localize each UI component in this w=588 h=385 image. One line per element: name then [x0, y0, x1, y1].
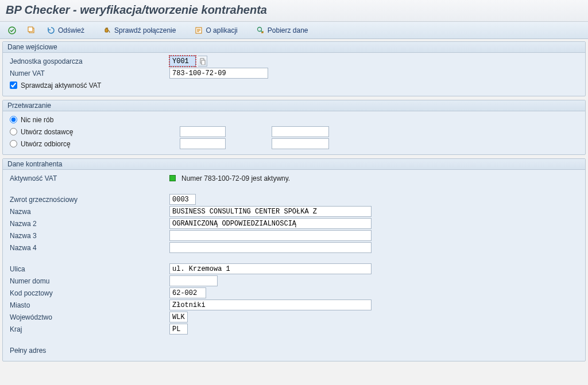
execute-icon — [7, 26, 17, 35]
about-button[interactable]: O aplikacji — [190, 24, 241, 37]
vat-label: Numer VAT — [7, 69, 167, 77]
check-vat-row: Sprawdzaj aktywność VAT — [7, 79, 581, 91]
region-input[interactable] — [169, 312, 188, 322]
search-help-icon — [200, 58, 206, 65]
svg-rect-13 — [202, 60, 205, 65]
svg-rect-3 — [105, 29, 108, 32]
customer-code-input[interactable] — [180, 138, 226, 149]
new-window-button[interactable] — [23, 24, 40, 37]
check-vat-label: Sprawdzaj aktywność VAT — [21, 81, 101, 90]
customer-num-input[interactable] — [272, 138, 329, 149]
refresh-icon — [47, 26, 56, 35]
name2-label: Nazwa 2 — [7, 220, 167, 228]
supplier-num-input[interactable] — [272, 126, 329, 137]
radio-none-label: Nic nie rób — [21, 116, 53, 124]
execute-button[interactable] — [3, 24, 21, 37]
bukrs-search-help[interactable] — [198, 56, 207, 67]
radio-supplier[interactable] — [10, 128, 17, 135]
name-input[interactable] — [169, 206, 372, 217]
svg-point-10 — [257, 27, 261, 31]
bukrs-input[interactable] — [169, 56, 196, 67]
city-input[interactable] — [169, 300, 372, 310]
city-label: Miasto — [7, 301, 167, 309]
check-connection-button[interactable]: Sprawdź połączenie — [99, 24, 180, 37]
street-input[interactable] — [169, 263, 372, 274]
postal-input[interactable] — [169, 287, 206, 298]
country-label: Kraj — [7, 325, 167, 333]
plug-icon — [103, 26, 112, 35]
group-bp-title: Dane kontrahenta — [3, 159, 585, 170]
group-input: Dane wejściowe Jednostka gospodarcza Num… — [2, 41, 586, 96]
full-addr-label: Pełny adres — [7, 347, 167, 355]
name-label: Nazwa — [7, 208, 167, 216]
supplier-code-input[interactable] — [180, 126, 226, 137]
check-vat-checkbox[interactable] — [10, 81, 17, 89]
name3-label: Nazwa 3 — [7, 232, 167, 240]
new-window-icon — [27, 26, 36, 35]
download-button[interactable]: Pobierz dane — [252, 24, 312, 37]
title-code-label: Zwrot grzecznościowy — [7, 196, 167, 204]
group-input-title: Dane wejściowe — [3, 42, 585, 53]
toolbar: Odśwież Sprawdź połączenie O aplikacji P… — [0, 22, 588, 39]
street-label: Ulica — [7, 265, 167, 273]
group-processing: Przetwarzanie Nic nie rób Utwórz dostawc… — [2, 100, 586, 155]
title-bar: BP Checker - weryfikacja/tworzenie kontr… — [0, 0, 588, 22]
radio-supplier-label: Utwórz dostawcę — [21, 128, 73, 136]
download-icon — [256, 26, 265, 35]
radio-customer[interactable] — [10, 140, 17, 147]
name3-input[interactable] — [169, 230, 372, 241]
vat-act-label: Aktywność VAT — [7, 174, 167, 182]
refresh-label: Odśwież — [58, 26, 84, 34]
radio-customer-label: Utwórz odbiorcę — [21, 140, 71, 148]
svg-rect-2 — [28, 27, 33, 32]
house-label: Numer domu — [7, 277, 167, 285]
about-label: O aplikacji — [206, 26, 237, 34]
status-led-green-icon — [169, 175, 176, 181]
house-input[interactable] — [169, 275, 218, 286]
title-code-input[interactable] — [169, 194, 196, 205]
page-title: BP Checker - weryfikacja/tworzenie kontr… — [6, 3, 582, 17]
postal-label: Kod pocztowy — [7, 289, 167, 297]
refresh-button[interactable]: Odśwież — [42, 24, 88, 37]
vat-act-text: Numer 783-100-72-09 jest aktywny. — [181, 174, 290, 182]
name4-label: Nazwa 4 — [7, 244, 167, 252]
country-input[interactable] — [169, 324, 188, 335]
vat-input[interactable] — [169, 68, 268, 79]
name2-input[interactable] — [169, 218, 372, 229]
bukrs-label: Jednostka gospodarcza — [7, 57, 167, 65]
group-processing-title: Przetwarzanie — [3, 100, 585, 111]
group-bp: Dane kontrahenta Aktywność VAT Numer 783… — [2, 158, 586, 361]
name4-input[interactable] — [169, 242, 372, 253]
download-label: Pobierz dane — [268, 26, 308, 34]
region-label: Województwo — [7, 313, 167, 321]
about-icon — [194, 26, 203, 35]
radio-none[interactable] — [10, 116, 17, 123]
check-connection-label: Sprawdź połączenie — [114, 26, 176, 34]
